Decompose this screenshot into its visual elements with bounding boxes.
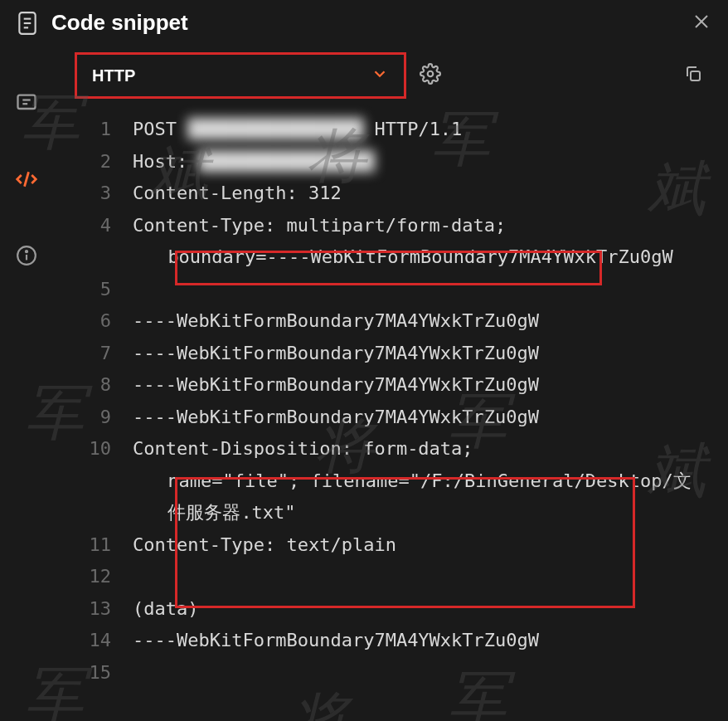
settings-button[interactable]	[420, 63, 441, 88]
close-icon	[692, 20, 711, 34]
close-button[interactable]	[692, 12, 711, 35]
code-line: 13(data)	[75, 593, 711, 626]
line-number: 15	[75, 657, 133, 689]
code-text: Content-Disposition: form-data;	[133, 433, 711, 465]
document-icon	[17, 11, 38, 36]
line-number: 9	[75, 402, 133, 434]
code-line: 6----WebKitFormBoundary7MA4YWxkTrZu0gW	[75, 305, 711, 338]
code-line: 7----WebKitFormBoundary7MA4YWxkTrZu0gW	[75, 338, 711, 370]
gear-icon	[420, 63, 441, 88]
line-number: 6	[75, 305, 133, 338]
copy-icon	[683, 64, 703, 87]
line-number: 10	[75, 433, 133, 465]
code-line: 1POST ████████████████ HTTP/1.1	[75, 114, 711, 146]
code-line: name="file"; filename="/F:/BinGeneral/De…	[75, 465, 711, 529]
svg-point-6	[428, 71, 434, 77]
code-line: 11Content-Type: text/plain	[75, 529, 711, 562]
code-text: ----WebKitFormBoundary7MA4YWxkTrZu0gW	[133, 625, 711, 657]
code-line: 10Content-Disposition: form-data;	[75, 433, 711, 465]
code-text: Content-Type: text/plain	[133, 529, 711, 562]
code-text: Content-Length: 312	[133, 178, 711, 210]
code-text: Content-Type: multipart/form-data;	[133, 210, 711, 242]
code-line: 5	[75, 274, 711, 306]
code-line: 8----WebKitFormBoundary7MA4YWxkTrZu0gW	[75, 369, 711, 402]
code-line: 4Content-Type: multipart/form-data;	[75, 210, 711, 242]
chevron-down-icon	[371, 65, 389, 86]
line-number: 1	[75, 114, 133, 146]
code-line: boundary=----WebKitFormBoundary7MA4YWxkT…	[75, 241, 711, 274]
code-text: ----WebKitFormBoundary7MA4YWxkTrZu0gW	[133, 369, 711, 402]
header: Code snippet	[0, 0, 728, 49]
code-line: 15	[75, 657, 711, 689]
code-text: ----WebKitFormBoundary7MA4YWxkTrZu0gW	[133, 338, 711, 370]
line-number: 5	[75, 274, 133, 306]
code-text: boundary=----WebKitFormBoundary7MA4YWxkT…	[133, 241, 711, 274]
page-title: Code snippet	[51, 10, 678, 36]
code-text: (data)	[133, 593, 711, 626]
code-line: 2Host: ████████████████	[75, 146, 711, 178]
line-number: 8	[75, 369, 133, 402]
code-text: Host: ████████████████	[133, 146, 711, 178]
code-text: POST ████████████████ HTTP/1.1	[133, 114, 711, 146]
language-label: HTTP	[92, 66, 371, 85]
code-line: 9----WebKitFormBoundary7MA4YWxkTrZu0gW	[75, 402, 711, 434]
line-number: 11	[75, 529, 133, 562]
line-number: 12	[75, 561, 133, 593]
line-number: 13	[75, 593, 133, 626]
line-number: 3	[75, 178, 133, 210]
controls-row: HTTP	[0, 49, 728, 105]
language-select[interactable]: HTTP	[75, 52, 406, 99]
line-number: 14	[75, 625, 133, 657]
line-number: 7	[75, 338, 133, 370]
code-area[interactable]: 1POST ████████████████ HTTP/1.12Host: ██…	[0, 105, 728, 689]
line-number: 4	[75, 210, 133, 242]
code-line: 3Content-Length: 312	[75, 178, 711, 210]
copy-button[interactable]	[683, 64, 703, 87]
code-text: name="file"; filename="/F:/BinGeneral/De…	[133, 465, 711, 529]
line-number: 2	[75, 146, 133, 178]
code-text: ----WebKitFormBoundary7MA4YWxkTrZu0gW	[133, 305, 711, 338]
code-line: 14----WebKitFormBoundary7MA4YWxkTrZu0gW	[75, 625, 711, 657]
svg-rect-7	[691, 71, 700, 80]
code-text: ----WebKitFormBoundary7MA4YWxkTrZu0gW	[133, 402, 711, 434]
code-line: 12	[75, 561, 711, 593]
